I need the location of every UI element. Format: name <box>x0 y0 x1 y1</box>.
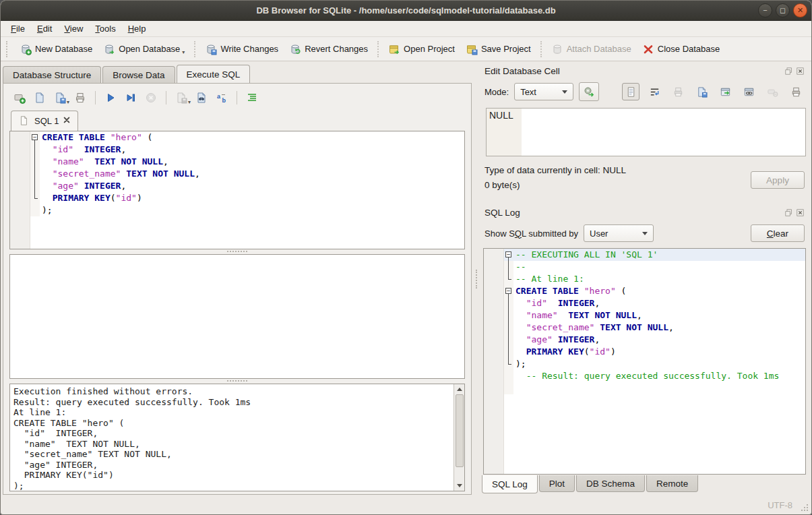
maximize-button[interactable]: ◻ <box>776 3 790 18</box>
cell-editor[interactable]: NULL <box>486 108 806 156</box>
scroll-thumb[interactable] <box>456 394 464 467</box>
sql-tab-label: SQL 1 <box>34 116 59 126</box>
code-line: 3-- At line 1: <box>484 273 805 285</box>
write-changes-button[interactable]: Write Changes <box>199 40 284 58</box>
open-project-button[interactable]: Open Project <box>383 40 460 58</box>
svg-text:a: a <box>217 93 221 100</box>
link-button[interactable] <box>740 83 757 100</box>
code-line: 3 "name" TEXT NOT NULL, <box>10 156 464 168</box>
fold-collapse-icon[interactable]: − <box>30 131 40 144</box>
open-sql-file-button[interactable] <box>31 90 49 106</box>
execution-status-pane: Execution finished without errors. Resul… <box>9 384 465 491</box>
log-filter-row: Show SQL submitted by User Clear <box>485 222 806 244</box>
menu-view[interactable]: View <box>58 22 89 35</box>
text-mode-button[interactable] <box>622 83 639 100</box>
save-as-button[interactable] <box>693 83 710 100</box>
tab-database-structure[interactable]: Database Structure <box>3 66 101 83</box>
dropdown-caret-icon[interactable]: ▾ <box>67 99 69 105</box>
save-project-button[interactable]: Save Project <box>460 40 536 58</box>
code-text <box>513 382 805 394</box>
set-null-button[interactable] <box>763 83 781 100</box>
save-sql-file-button[interactable]: ▾ <box>51 90 69 106</box>
sql-log-view[interactable]: 1−-- EXECUTING ALL IN 'SQL 1'2--3-- At l… <box>483 248 806 475</box>
code-line: 6 "name" TEXT NOT NULL, <box>484 309 805 322</box>
resize-grip-icon[interactable] <box>801 504 809 512</box>
dropdown-caret-icon[interactable]: ▾ <box>182 49 185 55</box>
fold-collapse-icon[interactable]: − <box>504 249 513 261</box>
find-in-file-button[interactable] <box>193 90 210 106</box>
menu-tools[interactable]: Tools <box>89 22 121 35</box>
scroll-up-icon[interactable] <box>457 388 462 391</box>
code-text: "secret_name" TEXT NOT NULL, <box>513 322 805 334</box>
code-text: "name" TEXT NOT NULL, <box>40 156 464 168</box>
save-project-icon <box>466 43 478 55</box>
dock-tab-remote[interactable]: Remote <box>646 475 698 492</box>
save-results-button[interactable]: ▾ <box>173 90 190 106</box>
toolbar-handle[interactable] <box>6 41 11 57</box>
stop-button[interactable] <box>142 90 160 106</box>
format-sql-button[interactable] <box>243 90 261 106</box>
menu-edit[interactable]: Edit <box>31 22 58 35</box>
print-button[interactable] <box>71 90 89 106</box>
code-text: "secret_name" TEXT NOT NULL, <box>40 168 464 180</box>
toolbar-separator <box>377 41 379 57</box>
log-filter-select[interactable]: User <box>584 224 654 242</box>
encoding-indicator[interactable]: UTF-8 <box>768 500 792 510</box>
open-project-icon <box>388 43 400 55</box>
minimize-button[interactable]: − <box>758 3 772 18</box>
mode-label: Mode: <box>485 87 509 97</box>
dock-tab-sql-log[interactable]: SQL Log <box>482 475 538 493</box>
dock-tab-db-schema[interactable]: DB Schema <box>576 475 645 492</box>
print-cell-button[interactable] <box>787 83 805 100</box>
execute-all-button[interactable] <box>102 90 119 106</box>
menu-help[interactable]: Help <box>122 22 152 35</box>
close-database-button[interactable]: Close Database <box>637 40 726 58</box>
auto-mode-button[interactable] <box>579 82 599 101</box>
export-button[interactable] <box>716 83 734 100</box>
code-text: CREATE TABLE "hero" ( <box>513 285 805 297</box>
fold-guide <box>504 358 513 370</box>
dropdown-caret-icon[interactable]: ▾ <box>188 99 191 105</box>
tab-browse-data[interactable]: Browse Data <box>102 66 175 83</box>
tab-execute-sql[interactable]: Execute SQL <box>177 65 251 83</box>
menu-file[interactable]: File <box>5 22 31 35</box>
mode-row: Mode: Text <box>485 81 806 102</box>
fold-guide <box>30 144 40 156</box>
attach-database-button[interactable]: Attach Database <box>546 40 637 58</box>
scrollbar[interactable] <box>454 384 464 491</box>
open-database-button[interactable]: Open Database▾ <box>98 40 190 58</box>
fold-collapse-icon[interactable]: − <box>504 285 513 297</box>
revert-changes-button[interactable]: Revert Changes <box>284 40 373 58</box>
dock-tab-plot[interactable]: Plot <box>539 475 575 492</box>
close-dock-icon[interactable] <box>796 208 805 217</box>
splitter-handle[interactable] <box>9 249 465 254</box>
toolbar-separator <box>237 91 237 104</box>
float-icon[interactable] <box>784 67 793 75</box>
title-bar[interactable]: DB Browser for SQLite - /home/user/code/… <box>1 1 811 21</box>
float-icon[interactable] <box>784 208 793 217</box>
splitter-handle[interactable] <box>9 379 465 384</box>
fold-guide <box>504 273 513 285</box>
fold-guide <box>30 156 40 168</box>
vertical-splitter[interactable] <box>474 61 479 496</box>
code-line: 2 "id" INTEGER, <box>10 144 464 156</box>
toolbar-button-label: New Database <box>35 44 92 54</box>
new-database-button[interactable]: New Database <box>14 40 98 58</box>
scroll-down-icon[interactable] <box>457 484 462 487</box>
write-changes-icon <box>205 43 217 55</box>
word-wrap-button[interactable] <box>646 83 663 100</box>
close-dock-icon[interactable] <box>796 67 805 75</box>
apply-button[interactable]: Apply <box>751 171 805 189</box>
new-sql-tab-button[interactable] <box>11 90 28 106</box>
sql-document-tab[interactable]: SQL 1 <box>11 111 78 131</box>
find-replace-button[interactable]: ab <box>213 90 230 106</box>
execution-status-text: Execution finished without errors. Resul… <box>10 384 454 491</box>
results-grid-pane[interactable] <box>9 254 465 379</box>
clear-button[interactable]: Clear <box>751 224 805 242</box>
sql-editor[interactable]: 1−CREATE TABLE "hero" (2 "id" INTEGER,3 … <box>9 131 465 249</box>
mode-select[interactable]: Text <box>514 83 573 100</box>
close-tab-icon[interactable] <box>63 116 71 126</box>
import-data-button[interactable] <box>669 83 687 100</box>
execute-line-button[interactable] <box>122 90 139 106</box>
close-button[interactable]: ✕ <box>793 3 807 18</box>
